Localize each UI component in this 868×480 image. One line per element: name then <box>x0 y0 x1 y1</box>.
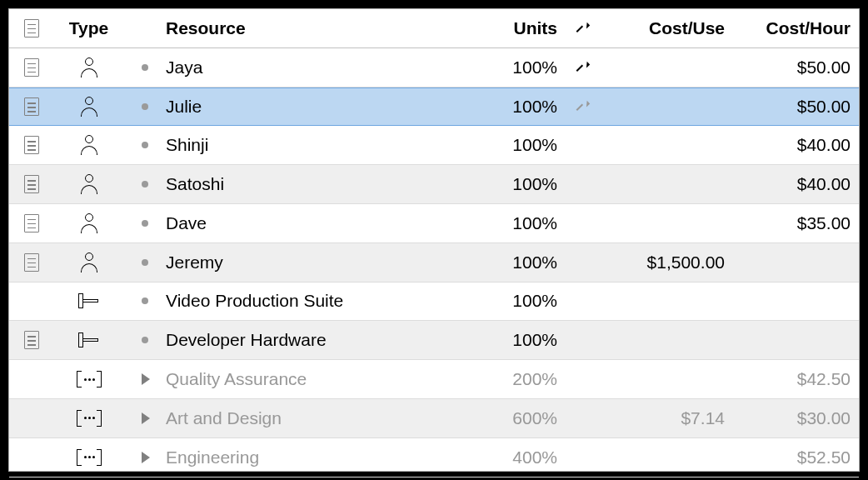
person-icon <box>81 213 97 233</box>
disclosure-icon[interactable] <box>142 452 150 463</box>
note-cell[interactable] <box>9 331 53 349</box>
resource-name[interactable]: Art and Design <box>166 408 475 428</box>
disclosure-icon[interactable] <box>142 373 150 385</box>
units-cell[interactable]: 400% <box>475 448 562 468</box>
cost-hour-cell[interactable]: $52.50 <box>730 448 859 468</box>
units-cell[interactable]: 100% <box>475 213 562 233</box>
type-cell <box>53 252 124 272</box>
bullet-icon <box>142 142 148 148</box>
resource-name[interactable]: Dave <box>166 213 475 233</box>
table-row[interactable]: Developer Hardware100% <box>9 321 859 360</box>
table-row[interactable]: Julie100%$50.00 <box>9 88 859 127</box>
table-body: Jaya100%$50.00Julie100%$50.00Shinji100%$… <box>9 48 859 478</box>
cost-hour-cell[interactable]: $50.00 <box>730 58 859 78</box>
resource-name[interactable]: Engineering <box>166 448 475 468</box>
table-row[interactable]: Quality Assurance200%$42.50 <box>9 360 859 399</box>
disclosure-icon[interactable] <box>142 412 150 424</box>
table-row[interactable]: Art and Design600%$7.14$30.00 <box>9 399 859 438</box>
cost-hour-cell[interactable]: $42.50 <box>730 369 859 389</box>
header-type[interactable]: Type <box>53 18 124 38</box>
type-cell <box>53 97 124 117</box>
header-resource[interactable]: Resource <box>166 18 475 38</box>
units-cell[interactable]: 100% <box>475 330 562 350</box>
note-cell[interactable] <box>9 58 53 77</box>
table-row[interactable]: Video Production Suite100% <box>9 282 859 322</box>
note-cell[interactable] <box>9 98 53 116</box>
note-cell[interactable] <box>9 175 53 193</box>
share-cell <box>562 101 601 112</box>
bullet-cell <box>124 64 166 71</box>
bullet-icon <box>142 259 148 266</box>
note-icon <box>24 58 39 77</box>
share-arrow-icon <box>576 22 587 34</box>
units-cell[interactable]: 100% <box>475 291 562 311</box>
cost-use-cell[interactable]: $7.14 <box>601 408 730 428</box>
header-cost-use[interactable]: Cost/Use <box>601 18 730 38</box>
bullet-icon <box>142 103 148 110</box>
resource-name[interactable]: Julie <box>166 97 475 117</box>
units-cell[interactable]: 100% <box>475 252 562 272</box>
table-row[interactable]: Jaya100%$50.00 <box>9 48 859 88</box>
resource-name[interactable]: Jaya <box>166 58 475 78</box>
person-icon <box>81 252 97 272</box>
header-units[interactable]: Units <box>475 18 562 38</box>
note-icon <box>24 253 39 272</box>
person-icon <box>81 97 97 117</box>
note-cell[interactable] <box>9 214 53 232</box>
header-note[interactable] <box>9 19 53 38</box>
equipment-icon <box>78 293 100 308</box>
resource-name[interactable]: Quality Assurance <box>166 369 475 389</box>
type-cell <box>53 293 124 308</box>
cost-use-cell[interactable]: $1,500.00 <box>601 252 730 272</box>
cost-hour-cell[interactable]: $30.00 <box>730 408 859 428</box>
units-cell[interactable]: 100% <box>475 58 562 78</box>
bullet-icon <box>142 337 148 343</box>
bullet-cell <box>124 142 166 148</box>
table-row[interactable]: Engineering400%$52.50 <box>9 438 859 478</box>
resource-name[interactable]: Shinji <box>166 135 475 155</box>
note-icon <box>24 175 39 193</box>
bullet-icon <box>142 181 148 188</box>
cost-hour-cell[interactable]: $35.00 <box>730 213 859 233</box>
share-cell <box>562 62 601 73</box>
type-cell <box>53 58 124 78</box>
units-cell[interactable]: 100% <box>475 135 562 155</box>
units-cell[interactable]: 100% <box>475 97 562 117</box>
table-row[interactable]: Dave100%$35.00 <box>9 204 859 243</box>
note-icon <box>24 331 39 349</box>
note-icon <box>24 214 39 232</box>
bullet-cell <box>124 103 166 110</box>
type-cell <box>53 449 124 466</box>
resource-name[interactable]: Jeremy <box>166 252 475 272</box>
group-icon <box>77 410 102 427</box>
bullet-cell <box>124 412 166 424</box>
type-cell <box>53 135 124 155</box>
share-arrow-icon <box>576 62 587 73</box>
header-share[interactable] <box>562 22 601 34</box>
cost-hour-cell[interactable]: $40.00 <box>730 135 859 155</box>
units-cell[interactable]: 200% <box>475 369 562 389</box>
table-row[interactable]: Satoshi100%$40.00 <box>9 165 859 204</box>
bullet-cell <box>124 373 166 385</box>
resource-name[interactable]: Video Production Suite <box>166 291 475 311</box>
note-cell[interactable] <box>9 253 53 272</box>
bullet-cell <box>124 337 166 343</box>
header-cost-hour[interactable]: Cost/Hour <box>730 18 859 38</box>
table-row[interactable]: Shinji100%$40.00 <box>9 126 859 165</box>
bullet-cell <box>124 298 166 304</box>
table-header: Type Resource Units Cost/Use Cost/Hour <box>9 9 859 48</box>
note-cell[interactable] <box>9 136 53 154</box>
share-arrow-icon <box>576 101 587 112</box>
cost-hour-cell[interactable]: $50.00 <box>730 97 859 117</box>
units-cell[interactable]: 600% <box>475 408 562 428</box>
units-cell[interactable]: 100% <box>475 174 562 194</box>
resource-name[interactable]: Satoshi <box>166 174 475 194</box>
note-icon <box>24 19 39 38</box>
equipment-icon <box>78 332 100 348</box>
bullet-icon <box>142 220 148 227</box>
table-row[interactable]: Jeremy100%$1,500.00 <box>9 243 859 282</box>
resource-name[interactable]: Developer Hardware <box>166 330 475 350</box>
type-cell <box>53 213 124 233</box>
type-cell <box>53 371 124 388</box>
cost-hour-cell[interactable]: $40.00 <box>730 174 859 194</box>
